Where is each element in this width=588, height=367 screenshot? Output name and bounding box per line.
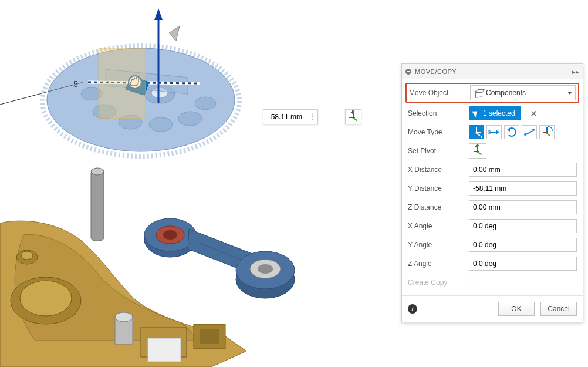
svg-marker-19 — [154, 8, 163, 20]
input-x-angle[interactable] — [469, 219, 577, 233]
row-create-copy: Create Copy — [408, 273, 577, 292]
rotate-icon — [507, 127, 516, 137]
viewport-3d[interactable]: 5 — [0, 0, 399, 367]
row-move-type: Move Type — [408, 123, 577, 142]
row-x-angle: X Angle — [408, 217, 577, 235]
move-copy-panel: MOVE/COPY ▸▸ Move Object Components Sele… — [401, 63, 583, 322]
row-selection: Selection 1 selected ✕ — [408, 104, 577, 123]
chevron-down-icon — [567, 92, 572, 95]
input-y-angle[interactable] — [469, 238, 577, 252]
move-type-translate[interactable] — [486, 125, 502, 139]
label-set-pivot: Set Pivot — [408, 147, 469, 155]
selection-chip[interactable]: 1 selected — [469, 106, 521, 120]
expand-forward-icon[interactable]: ▸▸ — [572, 68, 579, 76]
pivot-axes-icon — [473, 146, 482, 156]
svg-point-42 — [115, 312, 133, 322]
move-type-rotate[interactable] — [504, 125, 519, 139]
panel-footer: i OK Cancel — [402, 295, 583, 322]
cancel-button[interactable]: Cancel — [540, 302, 577, 316]
svg-marker-20 — [169, 26, 180, 41]
pivot-axes-icon — [349, 112, 358, 122]
collapse-icon[interactable] — [405, 69, 411, 75]
cursor-icon — [472, 110, 479, 117]
translate-icon — [489, 128, 499, 136]
input-z-angle[interactable] — [469, 257, 577, 271]
svg-point-36 — [21, 251, 33, 260]
label-z-angle: Z Angle — [408, 260, 469, 268]
label-create-copy: Create Copy — [408, 278, 469, 287]
label-move-type: Move Type — [408, 128, 469, 136]
label-move-object: Move Object — [409, 89, 470, 97]
row-y-distance: Y Distance — [408, 179, 577, 198]
row-z-angle: Z Angle — [408, 254, 577, 273]
axes-arc-icon — [542, 127, 552, 137]
input-x-distance[interactable] — [469, 163, 577, 177]
svg-point-7 — [178, 112, 202, 126]
label-y-angle: Y Angle — [408, 241, 469, 249]
info-icon[interactable]: i — [408, 304, 417, 314]
move-object-value: Components — [486, 89, 526, 97]
clear-selection-button[interactable]: ✕ — [530, 109, 537, 118]
svg-point-22 — [91, 168, 104, 175]
label-z-distance: Z Distance — [408, 203, 469, 211]
move-type-freeform[interactable] — [469, 125, 484, 139]
component-icon — [474, 89, 482, 97]
input-y-distance[interactable] — [469, 181, 577, 196]
row-x-distance: X Distance — [408, 160, 577, 179]
distance-callout[interactable]: ⋮ — [263, 109, 318, 124]
selection-chip-text: 1 selected — [483, 109, 515, 117]
svg-point-26 — [163, 230, 177, 240]
svg-rect-38 — [148, 338, 181, 362]
create-copy-checkbox — [469, 278, 478, 287]
move-type-axes[interactable] — [539, 125, 555, 139]
svg-point-8 — [195, 97, 216, 110]
move-type-point-to-point[interactable] — [522, 125, 537, 139]
svg-point-6 — [149, 117, 173, 132]
svg-point-34 — [20, 281, 72, 316]
distance-callout-input[interactable] — [263, 110, 306, 124]
ok-button[interactable]: OK — [498, 302, 535, 316]
panel-title: MOVE/COPY — [415, 68, 457, 75]
set-pivot-button[interactable] — [469, 143, 486, 159]
callout-more-icon[interactable]: ⋮ — [307, 110, 317, 124]
label-x-angle: X Angle — [408, 222, 469, 230]
point-to-point-icon — [524, 128, 535, 136]
row-move-object: Move Object Components — [405, 83, 579, 103]
drag-distance-label: 5 — [73, 79, 78, 89]
svg-rect-21 — [91, 170, 104, 241]
svg-point-32 — [258, 264, 273, 274]
svg-rect-17 — [99, 48, 146, 119]
pin-component — [91, 168, 104, 241]
callout-pivot-button[interactable] — [345, 109, 361, 124]
label-selection: Selection — [408, 109, 469, 117]
viewport-canvas[interactable]: 5 — [0, 0, 399, 367]
move-object-dropdown[interactable]: Components — [470, 85, 576, 100]
svg-rect-40 — [200, 329, 219, 344]
freeform-axes-icon — [472, 127, 481, 137]
panel-header[interactable]: MOVE/COPY ▸▸ — [402, 64, 583, 79]
label-y-distance: Y Distance — [408, 184, 469, 193]
label-x-distance: X Distance — [408, 166, 469, 174]
row-z-distance: Z Distance — [408, 198, 577, 217]
row-y-angle: Y Angle — [408, 235, 577, 254]
input-z-distance[interactable] — [469, 200, 577, 214]
row-set-pivot: Set Pivot — [408, 142, 577, 160]
link-component — [144, 218, 295, 298]
